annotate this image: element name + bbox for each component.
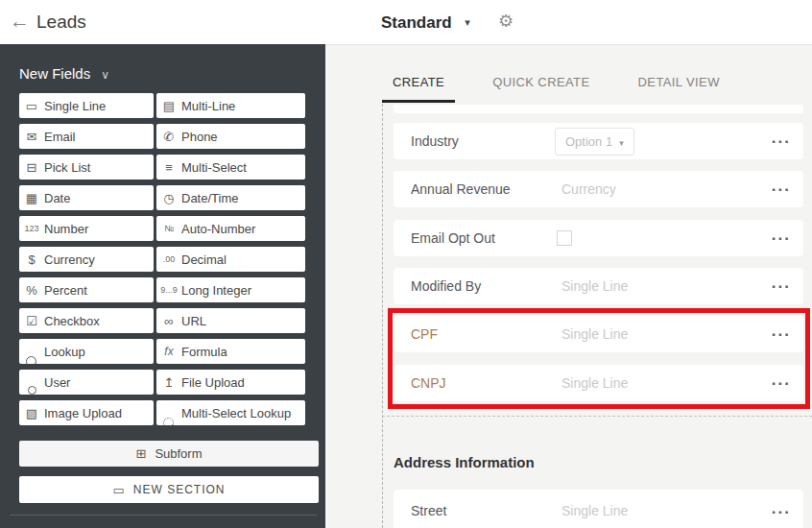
field-type-percent[interactable]: % Percent xyxy=(19,277,154,302)
layout-dropdown[interactable]: Standard ▾ xyxy=(381,0,470,44)
image-icon: ▧ xyxy=(19,407,44,420)
field-type-lookup[interactable]: Lookup xyxy=(19,339,154,364)
field-type-label: Multi-Select Lookup xyxy=(181,406,291,420)
field-type-label: URL xyxy=(181,314,206,328)
formula-fx-icon: fx xyxy=(156,346,181,357)
view-tabs: CREATE QUICK CREATE DETAIL VIEW xyxy=(382,75,730,103)
field-label: Street xyxy=(411,490,446,528)
field-type-formula[interactable]: fx Formula xyxy=(156,339,305,364)
drop-zone-left-guide xyxy=(382,104,383,528)
field-type-label: File Upload xyxy=(181,375,245,390)
field-type-phone[interactable]: ✆ Phone xyxy=(156,124,305,149)
subform-button[interactable]: ⊞ Subform xyxy=(19,441,319,467)
field-type-checkbox[interactable]: ☑ Checkbox xyxy=(19,308,154,333)
field-type-single-line[interactable]: ▭ Single Line xyxy=(19,93,154,118)
field-type-date[interactable]: ▦ Date xyxy=(19,185,154,210)
field-type-email[interactable]: ✉ Email xyxy=(19,124,154,149)
field-placeholder: Currency xyxy=(561,171,616,207)
sidebar-title-label: New Fields xyxy=(19,65,90,82)
number-123-icon: 123 xyxy=(19,225,44,233)
field-type-image-upload[interactable]: ▧ Image Upload xyxy=(19,400,154,425)
field-type-url[interactable]: ∞ URL xyxy=(156,308,305,333)
field-label: CPF xyxy=(411,316,438,352)
field-type-label: Lookup xyxy=(44,345,85,359)
picklist-value: Option 1 xyxy=(565,134,612,149)
field-row-street[interactable]: Street Single Line ... xyxy=(394,490,803,528)
chevron-down-icon: ∨ xyxy=(101,68,109,82)
phone-icon: ✆ xyxy=(156,131,181,143)
chevron-down-icon: ▾ xyxy=(619,138,624,148)
field-type-file-upload[interactable]: ↥ File Upload xyxy=(156,370,305,395)
more-options-button[interactable]: ... xyxy=(772,171,791,205)
more-options-button[interactable]: ... xyxy=(772,365,791,399)
top-header: ← Leads Standard ▾ ⚙ xyxy=(0,0,812,44)
field-type-label: Long Integer xyxy=(181,283,251,298)
field-type-multi-line[interactable]: ▤ Multi-Line xyxy=(156,93,305,118)
field-row-modified-by[interactable]: Modified By Single Line ... xyxy=(394,268,803,304)
field-label: Modified By xyxy=(411,268,481,304)
field-row-annual-revenue[interactable]: Annual Revenue Currency ... xyxy=(394,171,803,207)
field-type-auto-number[interactable]: № Auto-Number xyxy=(156,216,305,241)
field-type-label: Multi-Select xyxy=(181,160,247,175)
checkbox-preview[interactable] xyxy=(557,230,572,246)
more-options-button[interactable]: ... xyxy=(772,268,791,302)
section-heading: Address Information xyxy=(394,454,535,470)
field-row-cnpj[interactable]: CNPJ Single Line ... xyxy=(394,365,803,401)
field-type-decimal[interactable]: .00 Decimal xyxy=(156,247,305,272)
new-section-button[interactable]: ▭ NEW SECTION xyxy=(19,476,319,503)
field-type-multi-select-lookup[interactable]: Multi-Select Lookup xyxy=(156,400,305,425)
new-fields-sidebar: New Fields ∨ ▭ Single Line ▤ Multi-Line … xyxy=(0,44,325,528)
field-type-label: Multi-Line xyxy=(181,99,235,113)
more-options-button[interactable]: ... xyxy=(772,490,791,524)
decimal-icon: .00 xyxy=(156,255,181,264)
field-type-grid: ▭ Single Line ▤ Multi-Line ✉ Email ✆ Pho… xyxy=(19,93,305,425)
field-type-label: Formula xyxy=(181,345,227,359)
field-type-label: Percent xyxy=(44,283,87,298)
field-label: Annual Revenue xyxy=(411,171,511,207)
layout-canvas: CREATE QUICK CREATE DETAIL VIEW Industry… xyxy=(325,44,812,528)
more-options-button[interactable]: ... xyxy=(772,123,791,157)
field-type-label: Auto-Number xyxy=(181,222,255,236)
field-row-cpf[interactable]: CPF Single Line ... xyxy=(394,316,803,352)
field-type-label: Email xyxy=(44,130,76,144)
field-placeholder: Single Line xyxy=(561,490,628,528)
link-icon: ∞ xyxy=(156,315,181,327)
sidebar-title[interactable]: New Fields ∨ xyxy=(19,65,109,82)
pick-list-icon: ⊟ xyxy=(19,161,44,174)
sidebar-divider xyxy=(10,515,317,516)
field-type-pick-list[interactable]: ⊟ Pick List xyxy=(19,155,154,180)
tab-detail-view[interactable]: DETAIL VIEW xyxy=(628,75,730,103)
field-row-industry[interactable]: Industry Option 1▾ ... xyxy=(394,123,803,159)
upload-icon: ↥ xyxy=(156,376,181,389)
tab-quick-create[interactable]: QUICK CREATE xyxy=(482,75,600,103)
checkbox-icon: ☑ xyxy=(19,315,44,327)
chevron-down-icon: ▾ xyxy=(465,16,470,28)
new-section-label: NEW SECTION xyxy=(133,483,226,496)
field-type-label: Pick List xyxy=(44,160,90,175)
field-row-email-opt-out[interactable]: Email Opt Out ... xyxy=(394,220,803,256)
field-type-label: Checkbox xyxy=(44,314,100,328)
field-type-label: Decimal xyxy=(181,252,227,267)
field-placeholder: Single Line xyxy=(561,365,628,401)
field-placeholder: Single Line xyxy=(561,268,628,304)
field-type-number[interactable]: 123 Number xyxy=(19,216,154,241)
back-arrow-icon[interactable]: ← xyxy=(10,0,30,44)
calendar-clock-icon: ◷ xyxy=(156,192,181,204)
field-type-currency[interactable]: $ Currency xyxy=(19,247,154,272)
field-type-label: Date xyxy=(44,191,70,205)
field-type-label: User xyxy=(44,375,70,390)
more-options-button[interactable]: ... xyxy=(772,220,791,254)
gear-icon[interactable]: ⚙ xyxy=(498,0,513,44)
field-editor-screen: ← Leads Standard ▾ ⚙ New Fields ∨ ▭ Sing… xyxy=(0,0,812,528)
tab-create[interactable]: CREATE xyxy=(382,75,455,103)
picklist-preview[interactable]: Option 1▾ xyxy=(555,128,634,156)
more-options-button[interactable]: ... xyxy=(772,316,791,350)
field-type-multi-select[interactable]: ≡ Multi-Select xyxy=(156,155,305,180)
table-grid-icon: ⊞ xyxy=(135,447,146,460)
field-type-date-time[interactable]: ◷ Date/Time xyxy=(156,185,305,210)
field-type-long-integer[interactable]: 9...9 Long Integer xyxy=(156,277,305,302)
subform-label: Subform xyxy=(155,446,202,461)
field-type-user[interactable]: User xyxy=(19,370,154,395)
field-type-label: Number xyxy=(44,222,88,236)
calendar-icon: ▦ xyxy=(19,192,44,204)
